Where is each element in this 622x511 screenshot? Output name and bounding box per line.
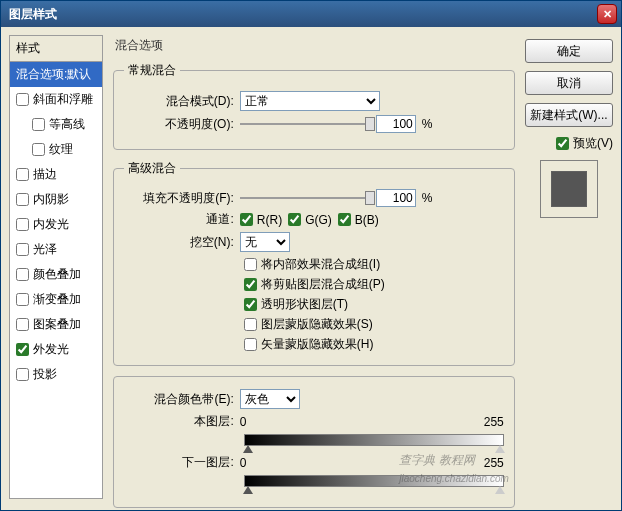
style-checkbox[interactable] [16, 93, 29, 106]
transparency-shapes-checkbox[interactable] [244, 298, 257, 311]
new-style-button[interactable]: 新建样式(W)... [525, 103, 613, 127]
style-item[interactable]: 纹理 [10, 137, 102, 162]
style-checkbox[interactable] [16, 193, 29, 206]
advanced-blend-group: 高级混合 填充不透明度(F): % 通道: R(R) G(G) B(B) 挖空(… [113, 160, 515, 366]
style-item[interactable]: 光泽 [10, 237, 102, 262]
style-item[interactable]: 投影 [10, 362, 102, 387]
ok-button[interactable]: 确定 [525, 39, 613, 63]
fill-opacity-label: 填充不透明度(F): [124, 190, 234, 207]
underlying-label: 下一图层: [124, 454, 234, 471]
blendif-label: 混合颜色带(E): [124, 391, 234, 408]
style-item[interactable]: 混合选项:默认 [10, 62, 102, 87]
fill-opacity-input[interactable] [376, 189, 416, 207]
styles-panel: 样式 混合选项:默认斜面和浮雕等高线纹理描边内阴影内发光光泽颜色叠加渐变叠加图案… [9, 35, 103, 499]
under-high: 255 [484, 456, 504, 470]
cancel-button[interactable]: 取消 [525, 71, 613, 95]
blend-mode-select[interactable]: 正常 [240, 91, 380, 111]
channels-label: 通道: [124, 211, 234, 228]
preview-label: 预览(V) [573, 135, 613, 152]
layer-style-dialog: 图层样式 ✕ 样式 混合选项:默认斜面和浮雕等高线纹理描边内阴影内发光光泽颜色叠… [0, 0, 622, 511]
channel-b-label: B(B) [355, 213, 379, 227]
style-item[interactable]: 内发光 [10, 212, 102, 237]
styles-header: 样式 [10, 36, 102, 62]
underlying-gradient[interactable] [244, 475, 504, 487]
style-checkbox[interactable] [16, 243, 29, 256]
style-label: 外发光 [33, 341, 69, 358]
preview-checkbox[interactable] [556, 137, 569, 150]
style-checkbox[interactable] [16, 343, 29, 356]
layer-mask-hide-checkbox[interactable] [244, 318, 257, 331]
blendif-group: 混合颜色带(E): 灰色 本图层: 0 255 下一图层: 0 255 [113, 376, 515, 508]
pct-label: % [422, 191, 433, 205]
style-item[interactable]: 描边 [10, 162, 102, 187]
style-label: 光泽 [33, 241, 57, 258]
options-title: 混合选项 [113, 35, 515, 58]
style-label: 颜色叠加 [33, 266, 81, 283]
style-item[interactable]: 等高线 [10, 112, 102, 137]
channel-r-checkbox[interactable] [240, 213, 253, 226]
channel-r-label: R(R) [257, 213, 282, 227]
advanced-legend: 高级混合 [124, 160, 180, 177]
style-label: 内发光 [33, 216, 69, 233]
style-label: 渐变叠加 [33, 291, 81, 308]
layer-mask-hide-label: 图层蒙版隐藏效果(S) [261, 316, 373, 333]
close-button[interactable]: ✕ [597, 4, 617, 24]
blend-clipped-label: 将剪贴图层混合成组(P) [261, 276, 385, 293]
style-checkbox[interactable] [16, 293, 29, 306]
blend-mode-label: 混合模式(D): [124, 93, 234, 110]
style-checkbox[interactable] [16, 268, 29, 281]
style-checkbox[interactable] [16, 318, 29, 331]
style-label: 图案叠加 [33, 316, 81, 333]
style-item[interactable]: 渐变叠加 [10, 287, 102, 312]
style-item[interactable]: 斜面和浮雕 [10, 87, 102, 112]
this-low: 0 [240, 415, 270, 429]
options-panel: 混合选项 常规混合 混合模式(D): 正常 不透明度(O): % 高级混合 填充… [109, 35, 519, 499]
style-checkbox[interactable] [32, 143, 45, 156]
fill-opacity-slider[interactable] [240, 189, 370, 207]
blend-interior-label: 将内部效果混合成组(I) [261, 256, 380, 273]
blend-interior-checkbox[interactable] [244, 258, 257, 271]
titlebar: 图层样式 ✕ [1, 1, 621, 27]
transparency-shapes-label: 透明形状图层(T) [261, 296, 348, 313]
vector-mask-hide-label: 矢量蒙版隐藏效果(H) [261, 336, 374, 353]
style-checkbox[interactable] [16, 168, 29, 181]
style-checkbox[interactable] [16, 368, 29, 381]
general-blend-group: 常规混合 混合模式(D): 正常 不透明度(O): % [113, 62, 515, 150]
style-item[interactable]: 外发光 [10, 337, 102, 362]
under-low: 0 [240, 456, 270, 470]
vector-mask-hide-checkbox[interactable] [244, 338, 257, 351]
channel-g-checkbox[interactable] [288, 213, 301, 226]
style-label: 投影 [33, 366, 57, 383]
style-item[interactable]: 颜色叠加 [10, 262, 102, 287]
knockout-label: 挖空(N): [124, 234, 234, 251]
style-checkbox[interactable] [16, 218, 29, 231]
dialog-title: 图层样式 [9, 6, 57, 23]
opacity-slider[interactable] [240, 115, 370, 133]
this-high: 255 [484, 415, 504, 429]
style-label: 内阴影 [33, 191, 69, 208]
opacity-input[interactable] [376, 115, 416, 133]
blendif-select[interactable]: 灰色 [240, 389, 300, 409]
style-item[interactable]: 内阴影 [10, 187, 102, 212]
style-checkbox[interactable] [32, 118, 45, 131]
style-label: 描边 [33, 166, 57, 183]
this-layer-label: 本图层: [124, 413, 234, 430]
style-item[interactable]: 图案叠加 [10, 312, 102, 337]
this-layer-gradient[interactable] [244, 434, 504, 446]
general-legend: 常规混合 [124, 62, 180, 79]
channel-g-label: G(G) [305, 213, 332, 227]
preview-swatch [540, 160, 598, 218]
actions-panel: 确定 取消 新建样式(W)... 预览(V) [525, 35, 613, 499]
style-label: 斜面和浮雕 [33, 91, 93, 108]
style-label: 纹理 [49, 141, 73, 158]
styles-list: 混合选项:默认斜面和浮雕等高线纹理描边内阴影内发光光泽颜色叠加渐变叠加图案叠加外… [10, 62, 102, 498]
style-label: 等高线 [49, 116, 85, 133]
style-label: 混合选项:默认 [16, 66, 91, 83]
pct-label: % [422, 117, 433, 131]
channel-b-checkbox[interactable] [338, 213, 351, 226]
blend-clipped-checkbox[interactable] [244, 278, 257, 291]
knockout-select[interactable]: 无 [240, 232, 290, 252]
opacity-label: 不透明度(O): [124, 116, 234, 133]
